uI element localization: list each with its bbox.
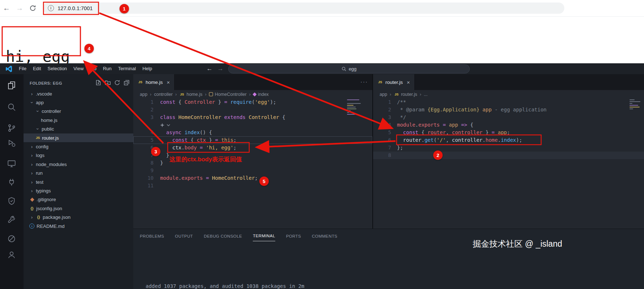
code-line[interactable]: 6 router.get('/', controller.home.index)… — [373, 136, 644, 144]
code-line[interactable]: 1const { Controller } = require('egg'); — [133, 98, 372, 106]
breadcrumb-label: router.js — [401, 92, 417, 97]
code-line[interactable]: 3class HomeController extends Controller… — [133, 114, 372, 121]
tab-router-js[interactable]: JS router.js × — [373, 74, 415, 90]
codelens-icons[interactable] — [160, 121, 170, 129]
code-line[interactable]: 3 */ — [373, 114, 644, 121]
code-line[interactable]: 1/** — [373, 98, 644, 106]
sidebar-item-typings[interactable]: ›typings — [24, 186, 133, 195]
code-line[interactable]: 9 — [133, 167, 372, 174]
tools-icon[interactable] — [7, 215, 16, 226]
code-line[interactable]: 5 const { router, controller } = app; — [373, 129, 644, 136]
breadcrumb-homecontroller[interactable]: HomeController — [209, 92, 247, 97]
site-info-icon[interactable]: i — [48, 5, 54, 11]
panel-tab-terminal[interactable]: TERMINAL — [253, 230, 275, 241]
tree-label: router.js — [42, 135, 59, 141]
tab-home-js[interactable]: JS home.js × — [133, 74, 175, 90]
explorer-icon[interactable] — [7, 81, 16, 92]
sidebar-item-logs[interactable]: ›logs — [24, 151, 133, 160]
breadcrumb-separator-icon: › — [420, 92, 421, 97]
code-line[interactable]: 4module.exports = app => { — [373, 121, 644, 129]
sidebar-item-jsconfig-json[interactable]: {}jsconfig.json — [24, 204, 133, 213]
sidebar-item-config[interactable]: ›config — [24, 142, 133, 151]
menu-run[interactable]: Run — [100, 63, 115, 74]
code-line[interactable]: 11 — [133, 182, 372, 190]
tree-label: .vscode — [36, 91, 52, 97]
menu-file[interactable]: File — [16, 63, 30, 74]
code-line[interactable]: 5 const { ctx } = this; — [133, 136, 372, 144]
browser-back-icon[interactable]: ← — [0, 4, 13, 12]
info-file-icon: i — [29, 224, 34, 229]
nav-back-icon[interactable]: ← — [206, 63, 213, 74]
sidebar-item-vscode[interactable]: ›.vscode — [24, 89, 133, 98]
menu-help[interactable]: Help — [139, 63, 155, 74]
menu-go[interactable]: Go — [87, 63, 100, 74]
panel-tab-problems[interactable]: PROBLEMS — [140, 230, 164, 241]
breadcrumb-index[interactable]: index — [253, 92, 269, 97]
run-debug-icon[interactable] — [7, 139, 16, 149]
breadcrumb-home-js[interactable]: JShome.js — [179, 92, 202, 97]
sidebar-item-package-json[interactable]: ›{}package.json — [24, 213, 133, 221]
sidebar-item-test[interactable]: ›test — [24, 178, 133, 186]
chevron-down-icon — [167, 123, 170, 127]
menu-terminal[interactable]: Terminal — [115, 63, 139, 74]
code-line[interactable]: 2 — [133, 106, 372, 114]
code-line[interactable]: 8} — [133, 159, 372, 167]
code-line[interactable]: 8 — [373, 152, 644, 159]
collapse-all-icon[interactable] — [124, 80, 130, 87]
panel-tab-debug-console[interactable]: DEBUG CONSOLE — [204, 230, 242, 241]
command-center-search[interactable]: egg — [228, 64, 470, 73]
sidebar-item-home-js[interactable]: home.js — [24, 116, 133, 124]
menu-selection[interactable]: Selection — [44, 63, 70, 74]
sidebar-item-gitignore[interactable]: .gitignore — [24, 195, 133, 204]
new-file-icon[interactable] — [95, 80, 101, 87]
code-line[interactable]: 4 async index() { — [133, 129, 372, 136]
line-number: 11 — [133, 182, 160, 190]
shield-icon[interactable] — [7, 196, 16, 207]
line-number: 6 — [373, 136, 397, 144]
sidebar-item-run[interactable]: ›run — [24, 169, 133, 178]
sidebar-item-app[interactable]: ›app — [24, 98, 133, 107]
close-tab-icon[interactable]: × — [167, 79, 170, 85]
nav-forward-icon[interactable]: → — [217, 63, 223, 74]
remote-explorer-icon[interactable] — [7, 159, 16, 170]
chevron-right-icon: › — [29, 170, 34, 176]
browser-forward-icon[interactable]: → — [13, 4, 26, 12]
menu-view[interactable]: View — [70, 63, 87, 74]
code-editor-router-js: 1/**2 * @param {Egg.Application} app - e… — [373, 98, 644, 159]
chevron-right-icon: › — [29, 91, 34, 97]
sidebar-item-node-modules[interactable]: ›node_modules — [24, 160, 133, 169]
code-line[interactable]: 2 * @param {Egg.Application} app - egg a… — [373, 106, 644, 114]
editor-actions-icon[interactable]: ··· — [360, 78, 368, 85]
code-line[interactable]: 6 ctx.body = 'hi, egg'; — [133, 144, 372, 152]
browser-reload-icon[interactable] — [26, 5, 39, 12]
line-number: 8 — [373, 152, 397, 159]
sidebar-item-router-js[interactable]: JSrouter.js — [24, 133, 133, 142]
code-text: const { router, controller } = app; — [397, 129, 510, 136]
panel-tab-ports[interactable]: PORTS — [286, 230, 301, 241]
breadcrumb-controller[interactable]: controller — [154, 92, 172, 97]
line-number: 10 — [133, 174, 160, 182]
tree-label: public — [42, 126, 54, 132]
breadcrumb-item[interactable]: ... — [424, 92, 427, 97]
account-icon[interactable] — [7, 250, 16, 261]
breadcrumb-app[interactable]: app — [140, 92, 147, 97]
panel-tab-comments[interactable]: COMMENTS — [312, 230, 337, 241]
code-line[interactable]: 7}; — [373, 144, 644, 152]
close-tab-icon[interactable]: × — [407, 79, 410, 85]
circle-slash-icon[interactable] — [7, 234, 16, 245]
breadcrumb-app[interactable]: app — [380, 92, 387, 97]
sidebar-item-readme-md[interactable]: iREADME.md — [24, 222, 133, 230]
refresh-icon[interactable] — [114, 80, 120, 87]
sidebar-item-public[interactable]: ›public — [24, 125, 133, 133]
source-control-icon[interactable] — [7, 123, 16, 134]
breadcrumb-router-js[interactable]: JSrouter.js — [394, 92, 417, 97]
sidebar-item-controller[interactable]: ›controller — [24, 107, 133, 116]
code-line[interactable]: 10module.exports = HomeController; — [133, 174, 372, 182]
new-folder-icon[interactable] — [105, 80, 111, 87]
menu-edit[interactable]: Edit — [30, 63, 44, 74]
tree-label: logs — [36, 153, 45, 158]
code-line[interactable]: 7 } — [133, 152, 372, 159]
panel-tab-output[interactable]: OUTPUT — [175, 230, 193, 241]
ports-icon[interactable] — [7, 178, 16, 188]
search-icon[interactable] — [7, 102, 16, 113]
